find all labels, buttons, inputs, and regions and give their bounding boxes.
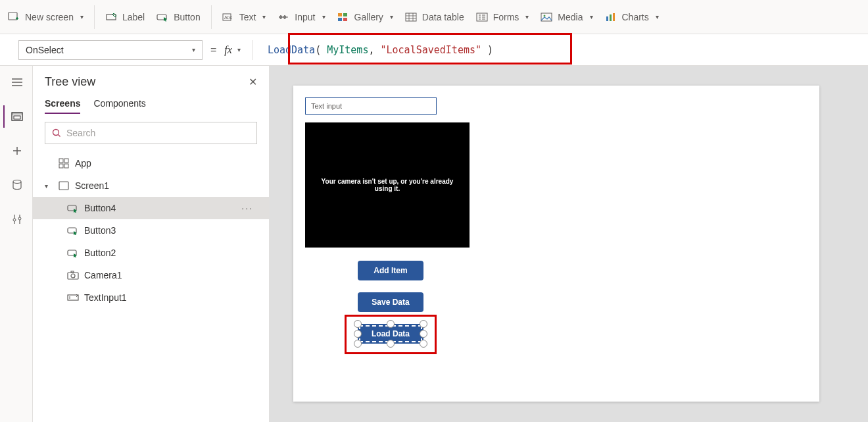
insert-icon[interactable] — [3, 140, 30, 162]
button-icon — [67, 247, 79, 259]
tree-row-camera1[interactable]: Camera1 — [33, 264, 269, 286]
tree-row-button2[interactable]: Button2 — [33, 242, 269, 264]
input-button[interactable]: Input ▾ — [272, 7, 330, 27]
ribbon-separator — [211, 5, 212, 29]
forms-button[interactable]: Forms ▾ — [471, 7, 535, 27]
save-data-button[interactable]: Save Data — [358, 292, 423, 312]
resize-handle[interactable] — [354, 330, 362, 338]
tree-row-label: Button3 — [84, 225, 116, 236]
fx-button[interactable]: fx ▾ — [224, 44, 241, 56]
add-item-button[interactable]: Add Item — [358, 261, 423, 280]
svg-rect-25 — [59, 159, 63, 163]
forms-label: Forms — [493, 12, 519, 22]
chevron-down-icon: ▾ — [390, 13, 393, 20]
chevron-down-icon: ▾ — [192, 46, 195, 53]
data-icon[interactable] — [3, 174, 30, 196]
tree-row-label: App — [75, 158, 91, 169]
svg-rect-19 — [12, 113, 22, 115]
property-select[interactable]: OnSelect ▾ — [18, 40, 203, 60]
textinput-icon — [67, 292, 79, 303]
button-icon — [157, 11, 168, 23]
input-icon — [277, 11, 289, 23]
resize-handle[interactable] — [420, 320, 427, 328]
main-area: Tree view ✕ Screens Components Search Ap… — [0, 66, 868, 422]
canvas-buttons: Add Item Save Data Load Data — [358, 261, 808, 344]
button-button[interactable]: Button — [151, 7, 205, 27]
svg-rect-36 — [68, 295, 78, 300]
formula-token-arg2: "LocalSavedItems" — [380, 44, 481, 56]
canvas[interactable]: Text input Your camera isn't set up, or … — [293, 86, 819, 402]
tree-row-button3[interactable]: Button3 — [33, 219, 269, 242]
tab-components[interactable]: Components — [93, 98, 145, 114]
resize-handle[interactable] — [420, 340, 427, 348]
fx-label: fx — [224, 44, 232, 56]
svg-rect-13 — [541, 13, 552, 21]
canvas-textinput[interactable]: Text input — [305, 97, 437, 115]
screen-icon — [58, 180, 70, 192]
load-data-selection: Load Data — [358, 324, 423, 344]
formula-bar: OnSelect ▾ = fx ▾ LoadData( MyItems, "Lo… — [0, 34, 868, 66]
svg-point-22 — [13, 219, 16, 221]
svg-rect-7 — [338, 13, 342, 16]
data-table-button[interactable]: Data table — [400, 7, 470, 27]
tree-tabs: Screens Components — [33, 93, 269, 114]
svg-rect-1 — [107, 14, 116, 20]
data-table-icon — [405, 11, 417, 23]
text-label: Text — [239, 12, 256, 22]
more-icon[interactable]: ··· — [241, 203, 261, 213]
hamburger-icon[interactable] — [3, 71, 30, 93]
svg-point-24 — [53, 130, 59, 136]
forms-icon — [476, 11, 488, 23]
tree-row-label: Button4 — [84, 203, 116, 213]
chevron-down-icon: ▾ — [262, 13, 266, 20]
svg-rect-10 — [343, 18, 347, 21]
tree-row-button4[interactable]: Button4 ··· — [33, 197, 269, 219]
tree-row-label: Camera1 — [84, 270, 122, 280]
close-icon[interactable]: ✕ — [249, 76, 257, 88]
svg-rect-29 — [59, 182, 68, 190]
formula-token-comma: , — [368, 44, 380, 56]
tab-screens[interactable]: Screens — [45, 98, 80, 114]
tree-row-screen1[interactable]: ▾ Screen1 — [33, 174, 269, 197]
data-table-label: Data table — [422, 12, 464, 22]
button-icon — [67, 224, 79, 236]
new-screen-button[interactable]: New screen ▾ — [3, 7, 89, 27]
gallery-button[interactable]: Gallery ▾ — [332, 7, 398, 27]
app-icon — [58, 157, 70, 169]
label-button[interactable]: Label — [100, 7, 150, 27]
tree-row-textinput1[interactable]: TextInput1 — [33, 286, 269, 309]
chevron-down-icon: ▾ — [322, 13, 326, 20]
ribbon-separator — [94, 5, 95, 29]
svg-rect-17 — [613, 13, 615, 21]
tree-view-icon[interactable] — [3, 105, 30, 128]
resize-handle[interactable] — [387, 320, 395, 328]
tree-row-app[interactable]: App — [33, 152, 269, 174]
svg-point-34 — [71, 274, 75, 278]
canvas-wrap: Text input Your camera isn't set up, or … — [270, 66, 868, 422]
label-label: Label — [122, 12, 145, 22]
chevron-down-icon: ▾ — [656, 13, 659, 20]
charts-button[interactable]: Charts ▾ — [600, 7, 664, 27]
text-icon: Abc — [222, 11, 234, 23]
formula-input[interactable]: LoadData( MyItems, "LocalSavedItems" ) — [261, 40, 860, 60]
resize-handle[interactable] — [420, 330, 427, 338]
svg-rect-16 — [610, 14, 612, 21]
canvas-camera[interactable]: Your camera isn't set up, or you're alre… — [305, 122, 470, 248]
formula-token-fn: LoadData — [268, 44, 315, 56]
resize-handle[interactable] — [354, 340, 362, 348]
tools-icon[interactable] — [3, 208, 30, 230]
resize-handle[interactable] — [387, 340, 395, 348]
search-input[interactable]: Search — [45, 122, 257, 144]
svg-rect-8 — [343, 13, 347, 16]
charts-icon — [605, 11, 617, 23]
chevron-down-icon: ▾ — [590, 13, 593, 20]
text-button[interactable]: Abc Text ▾ — [217, 7, 272, 27]
input-label: Input — [295, 12, 315, 22]
formula-token-close: ) — [481, 44, 493, 56]
svg-rect-35 — [71, 271, 74, 273]
media-button[interactable]: Media ▾ — [535, 7, 598, 27]
resize-handle[interactable] — [354, 320, 362, 328]
canvas-camera-msg: Your camera isn't set up, or you're alre… — [312, 178, 463, 192]
svg-rect-28 — [64, 164, 68, 168]
screen-plus-icon — [8, 11, 20, 23]
